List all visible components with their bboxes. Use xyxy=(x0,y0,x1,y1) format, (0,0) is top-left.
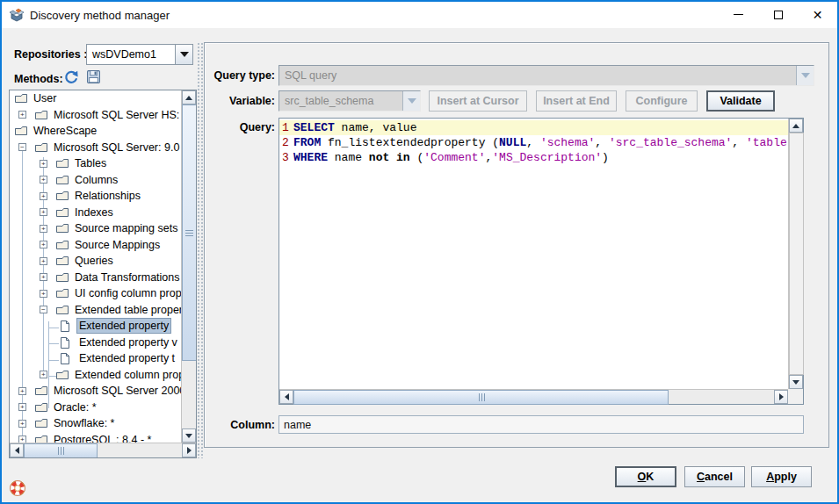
methods-tree-panel: User+Microsoft SQL Server HS: 9WhereScap… xyxy=(9,90,197,458)
minimize-button[interactable] xyxy=(719,2,758,27)
expand-icon[interactable]: + xyxy=(40,208,47,216)
sql-token: not in xyxy=(369,151,410,164)
sql-token: fn_listextendedproperty ( xyxy=(321,136,499,149)
tree-item[interactable]: −Microsoft SQL Server: 9.0 - xyxy=(10,140,181,156)
tree-item[interactable]: +Oracle: * xyxy=(10,400,181,416)
scroll-up-arrow[interactable] xyxy=(182,90,196,104)
chevron-down-icon xyxy=(180,52,189,57)
scroll-right-arrow[interactable] xyxy=(774,390,788,404)
expand-icon[interactable]: + xyxy=(18,420,26,428)
folder-icon xyxy=(34,141,48,154)
help-lifebuoy-icon[interactable] xyxy=(9,479,26,497)
query-hscroll-thumb[interactable] xyxy=(293,390,669,405)
tree-item[interactable]: −Extended table propert xyxy=(10,302,181,319)
methods-label: Methods: xyxy=(14,73,63,85)
query-type-label: Query type: xyxy=(206,69,275,82)
expand-icon[interactable]: + xyxy=(40,160,47,168)
tree-item[interactable]: +Microsoft SQL Server 2000 xyxy=(10,383,181,400)
repositories-dropdown-button[interactable] xyxy=(175,45,192,64)
expand-icon[interactable]: + xyxy=(18,403,26,411)
tree-item[interactable]: +Extended column prop xyxy=(10,367,181,384)
save-methods-button[interactable] xyxy=(86,69,101,84)
close-button[interactable]: ✕ xyxy=(798,2,837,27)
sql-token: 'src_table_schema' xyxy=(609,136,732,149)
method-tree[interactable]: User+Microsoft SQL Server HS: 9WhereScap… xyxy=(10,90,181,443)
scroll-left-arrow[interactable] xyxy=(10,443,24,457)
close-icon: ✕ xyxy=(813,9,823,21)
document-icon xyxy=(60,352,74,364)
sql-token: ) xyxy=(602,151,609,164)
tree-item[interactable]: +Source Mappings xyxy=(10,237,181,254)
tree-hscroll-thumb[interactable] xyxy=(24,443,98,458)
chevron-down-icon xyxy=(801,73,810,78)
tree-connector xyxy=(43,157,44,377)
collapse-icon[interactable]: − xyxy=(18,143,26,151)
tree-item[interactable]: User xyxy=(10,90,181,107)
tree-item[interactable]: +Indexes xyxy=(10,205,181,221)
tree-item[interactable]: Extended property v xyxy=(10,335,181,351)
maximize-button[interactable] xyxy=(758,2,798,27)
scroll-right-arrow[interactable] xyxy=(182,443,196,457)
tree-item[interactable]: +Queries xyxy=(10,253,181,270)
refresh-methods-button[interactable] xyxy=(63,70,78,85)
expand-icon[interactable]: + xyxy=(40,290,47,298)
validate-button[interactable]: Validate xyxy=(706,90,775,112)
tree-item[interactable]: Extended property t xyxy=(10,350,181,367)
split-pane-divider[interactable] xyxy=(197,42,204,458)
column-field[interactable]: name xyxy=(278,415,804,434)
tree-vertical-scrollbar[interactable] xyxy=(181,90,196,443)
tree-connector xyxy=(48,343,59,344)
tree-item[interactable]: +PostgreSQL : 8.4 - * xyxy=(10,432,181,443)
document-icon xyxy=(60,336,74,349)
scroll-left-arrow[interactable] xyxy=(279,390,293,404)
tree-item-label: Queries xyxy=(73,254,115,268)
folder-icon xyxy=(55,271,69,284)
expand-icon[interactable]: + xyxy=(18,436,26,443)
window-title: Discovery method manager xyxy=(30,9,170,22)
scroll-down-arrow[interactable] xyxy=(182,428,196,443)
folder-icon xyxy=(34,434,48,443)
query-detail-panel: Query type: SQL query Variable: src_tabl… xyxy=(204,42,829,448)
tree-item[interactable]: +Relationships xyxy=(10,188,181,205)
arrow-up-icon xyxy=(185,96,192,100)
expand-icon[interactable]: + xyxy=(40,176,47,184)
cancel-button[interactable]: Cancel xyxy=(684,466,745,487)
expand-icon[interactable]: + xyxy=(40,192,47,200)
expand-icon[interactable]: + xyxy=(40,225,47,233)
folder-icon xyxy=(34,401,48,414)
tree-item[interactable]: +Microsoft SQL Server HS: 9 xyxy=(10,107,181,124)
expand-icon[interactable]: + xyxy=(40,371,47,378)
tree-horizontal-scrollbar[interactable] xyxy=(10,443,196,457)
tree-item[interactable]: WhereScape xyxy=(10,123,181,140)
query-label: Query: xyxy=(206,121,275,133)
scrollbar-corner xyxy=(788,389,803,404)
scroll-up-arrow[interactable] xyxy=(789,119,803,133)
query-vscroll-thumb[interactable] xyxy=(789,133,804,375)
apply-button[interactable]: Apply xyxy=(751,466,812,487)
tree-item[interactable]: +Columns xyxy=(10,172,181,189)
tree-item[interactable]: +Tables xyxy=(10,155,181,172)
tree-item[interactable]: +Snowflake: * xyxy=(10,415,181,432)
collapse-icon[interactable]: − xyxy=(40,306,47,313)
tree-vscroll-thumb[interactable] xyxy=(182,104,197,361)
tree-item-label: Microsoft SQL Server 2000 xyxy=(52,384,181,398)
expand-icon[interactable]: + xyxy=(40,273,47,281)
expand-icon[interactable]: + xyxy=(40,241,47,248)
scroll-down-arrow[interactable] xyxy=(789,375,803,389)
tree-item[interactable]: Extended property xyxy=(10,318,181,335)
tree-item[interactable]: +Source mapping sets xyxy=(10,220,181,237)
tree-item[interactable]: +UI config column prope xyxy=(10,285,181,302)
tree-item-label: Snowflake: * xyxy=(52,416,116,430)
query-editor[interactable]: 1SELECT name, value2FROM fn_listextended… xyxy=(278,118,804,405)
ok-button[interactable]: OK xyxy=(615,466,676,487)
tree-item[interactable]: +Data Transformations xyxy=(10,270,181,286)
folder-icon xyxy=(55,206,69,219)
expand-icon[interactable]: + xyxy=(40,257,47,265)
query-vertical-scrollbar[interactable] xyxy=(788,119,803,389)
expand-icon[interactable]: + xyxy=(18,387,26,395)
repositories-dropdown[interactable]: wsDVDemo1 xyxy=(86,44,193,65)
line-number: 1 xyxy=(282,120,290,135)
query-horizontal-scrollbar[interactable] xyxy=(279,389,788,404)
expand-icon[interactable]: + xyxy=(18,111,26,119)
tree-item-label: Extended column prop xyxy=(73,368,181,382)
